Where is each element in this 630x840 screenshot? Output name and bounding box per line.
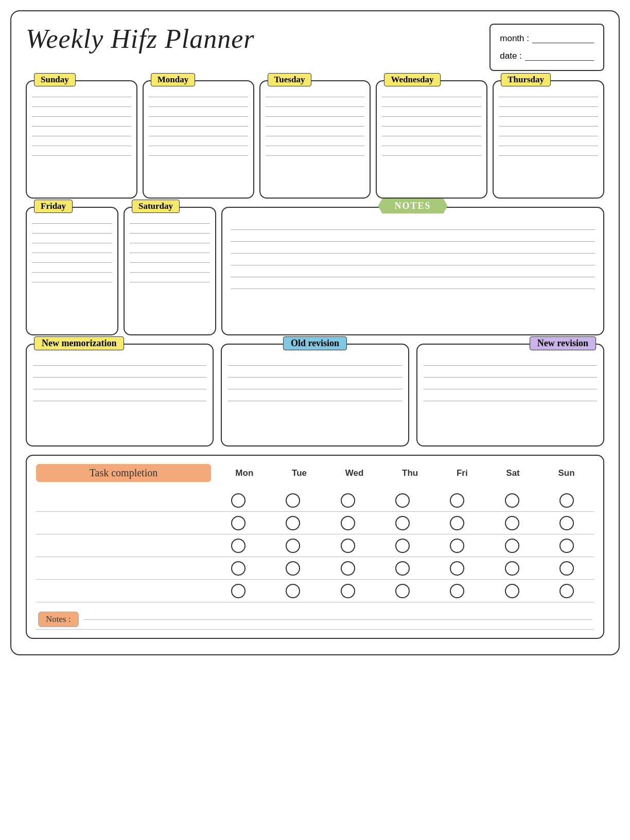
notes-line[interactable] bbox=[231, 253, 595, 254]
day-line[interactable] bbox=[130, 272, 210, 273]
day-line[interactable] bbox=[32, 106, 131, 107]
day-line[interactable] bbox=[382, 106, 481, 107]
notes-bottom-line[interactable] bbox=[84, 619, 592, 620]
day-line[interactable] bbox=[266, 116, 365, 117]
day-line[interactable] bbox=[32, 136, 131, 136]
completion-circle[interactable] bbox=[341, 584, 355, 598]
completion-circle[interactable] bbox=[341, 493, 355, 508]
day-line[interactable] bbox=[32, 243, 112, 243]
mem-line[interactable] bbox=[424, 401, 597, 401]
completion-circle[interactable] bbox=[231, 561, 246, 576]
day-line[interactable] bbox=[499, 146, 598, 146]
completion-circle[interactable] bbox=[286, 516, 300, 530]
day-line[interactable] bbox=[149, 155, 248, 156]
completion-circle[interactable] bbox=[231, 584, 246, 598]
day-line[interactable] bbox=[32, 282, 112, 282]
day-line[interactable] bbox=[499, 136, 598, 136]
mem-line[interactable] bbox=[228, 389, 401, 389]
month-underline[interactable] bbox=[532, 34, 594, 43]
day-line[interactable] bbox=[266, 146, 365, 146]
day-line[interactable] bbox=[32, 126, 131, 127]
day-line[interactable] bbox=[149, 136, 248, 136]
day-line[interactable] bbox=[266, 155, 365, 156]
completion-circle[interactable] bbox=[395, 493, 410, 508]
completion-circle[interactable] bbox=[450, 516, 464, 530]
day-line[interactable] bbox=[130, 282, 210, 282]
mem-line[interactable] bbox=[424, 389, 597, 389]
completion-circle[interactable] bbox=[505, 516, 519, 530]
completion-circle[interactable] bbox=[231, 516, 246, 530]
completion-circle[interactable] bbox=[505, 561, 519, 576]
completion-circle[interactable] bbox=[231, 539, 246, 553]
completion-circle[interactable] bbox=[286, 561, 300, 576]
completion-circle[interactable] bbox=[450, 539, 464, 553]
date-underline[interactable] bbox=[525, 51, 594, 61]
mem-line[interactable] bbox=[424, 377, 597, 378]
day-line[interactable] bbox=[130, 223, 210, 224]
day-line[interactable] bbox=[130, 253, 210, 253]
day-line[interactable] bbox=[382, 126, 481, 127]
day-line[interactable] bbox=[266, 136, 365, 136]
completion-circle[interactable] bbox=[450, 493, 464, 508]
day-line[interactable] bbox=[499, 126, 598, 127]
mem-line[interactable] bbox=[228, 377, 401, 378]
completion-circle[interactable] bbox=[505, 584, 519, 598]
day-line[interactable] bbox=[32, 97, 131, 97]
completion-circle[interactable] bbox=[231, 493, 246, 508]
day-line[interactable] bbox=[499, 155, 598, 156]
day-line[interactable] bbox=[499, 97, 598, 97]
mem-line[interactable] bbox=[424, 365, 597, 366]
completion-circle[interactable] bbox=[341, 516, 355, 530]
mem-line[interactable] bbox=[33, 389, 206, 389]
day-line[interactable] bbox=[382, 136, 481, 136]
day-line[interactable] bbox=[149, 146, 248, 146]
day-line[interactable] bbox=[32, 146, 131, 146]
completion-circle[interactable] bbox=[395, 516, 410, 530]
completion-circle[interactable] bbox=[559, 539, 574, 553]
completion-circle[interactable] bbox=[505, 493, 519, 508]
completion-circle[interactable] bbox=[341, 539, 355, 553]
day-line[interactable] bbox=[130, 243, 210, 243]
day-line[interactable] bbox=[382, 116, 481, 117]
completion-circle[interactable] bbox=[559, 561, 574, 576]
notes-line[interactable] bbox=[231, 289, 595, 289]
day-line[interactable] bbox=[32, 233, 112, 234]
completion-circle[interactable] bbox=[395, 584, 410, 598]
day-line[interactable] bbox=[499, 116, 598, 117]
day-line[interactable] bbox=[149, 116, 248, 117]
day-line[interactable] bbox=[382, 97, 481, 97]
day-line[interactable] bbox=[32, 223, 112, 224]
day-line[interactable] bbox=[266, 126, 365, 127]
completion-circle[interactable] bbox=[286, 539, 300, 553]
mem-line[interactable] bbox=[228, 365, 401, 366]
completion-circle[interactable] bbox=[395, 561, 410, 576]
day-line[interactable] bbox=[149, 106, 248, 107]
completion-circle[interactable] bbox=[559, 493, 574, 508]
completion-circle[interactable] bbox=[341, 561, 355, 576]
notes-line[interactable] bbox=[231, 277, 595, 277]
notes-line[interactable] bbox=[231, 229, 595, 230]
completion-circle[interactable] bbox=[286, 493, 300, 508]
day-line[interactable] bbox=[382, 155, 481, 156]
completion-circle[interactable] bbox=[450, 561, 464, 576]
mem-line[interactable] bbox=[33, 401, 206, 401]
day-line[interactable] bbox=[149, 97, 248, 97]
day-line[interactable] bbox=[32, 116, 131, 117]
mem-line[interactable] bbox=[228, 401, 401, 401]
completion-circle[interactable] bbox=[505, 539, 519, 553]
day-line[interactable] bbox=[266, 106, 365, 107]
completion-circle[interactable] bbox=[286, 584, 300, 598]
completion-circle[interactable] bbox=[559, 584, 574, 598]
day-line[interactable] bbox=[382, 146, 481, 146]
completion-circle[interactable] bbox=[559, 516, 574, 530]
mem-line[interactable] bbox=[33, 377, 206, 378]
day-line[interactable] bbox=[130, 262, 210, 263]
day-line[interactable] bbox=[266, 97, 365, 97]
completion-circle[interactable] bbox=[450, 584, 464, 598]
day-line[interactable] bbox=[32, 272, 112, 273]
day-line[interactable] bbox=[149, 126, 248, 127]
day-line[interactable] bbox=[499, 106, 598, 107]
notes-line[interactable] bbox=[231, 265, 595, 265]
day-line[interactable] bbox=[130, 233, 210, 234]
day-line[interactable] bbox=[32, 253, 112, 253]
